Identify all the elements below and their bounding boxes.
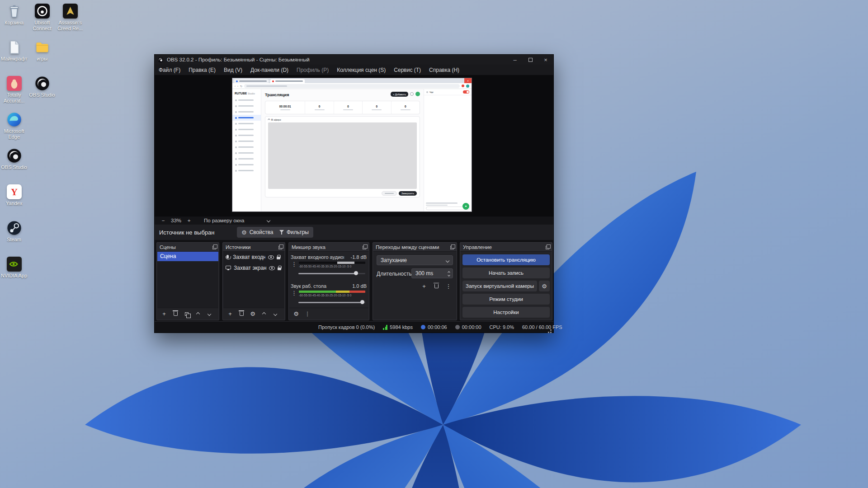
popout-icon[interactable] <box>363 246 366 249</box>
db-scale: -60-55-50-45-40-35-30-25-20-15-10 -5 0 <box>299 294 367 297</box>
menu-help[interactable]: Справка (H) <box>425 65 463 75</box>
mixer-menu-button[interactable]: ⋮ <box>302 310 313 319</box>
desktop-icon-nvidia-app[interactable]: NVIDIA App <box>0 257 28 279</box>
obs-window: OBS 32.0.2 - Профиль: Безымянный - Сцены… <box>154 54 554 333</box>
virtual-camera-settings-button[interactable]: ⚙ <box>539 281 550 291</box>
browser-reload-icon: ↻ <box>240 84 242 88</box>
rutube-main-content: Трансляция + Добавить 00:00:01 0 0 0 0 <box>261 89 424 211</box>
advanced-audio-button[interactable]: ⚙ <box>291 310 302 319</box>
window-controls: – × <box>507 55 553 65</box>
maximize-button[interactable] <box>523 55 538 65</box>
add-scene-button[interactable]: + <box>159 310 170 319</box>
menu-profile[interactable]: Профиль (P) <box>292 65 333 75</box>
browser-page: RUTUBE Studio <box>232 89 472 211</box>
zoom-out-button[interactable]: − <box>159 218 167 223</box>
desktop-icon-minecraft[interactable]: Майнкрафт <box>0 40 28 62</box>
lock-icon[interactable] <box>277 257 280 259</box>
desktop-icon-games-folder[interactable]: игры <box>28 40 56 62</box>
add-source-button[interactable]: + <box>225 310 236 319</box>
controls-panel-header[interactable]: Управление <box>460 243 552 252</box>
desktop-icon-recycle-bin[interactable]: Корзина <box>0 4 28 26</box>
source-item[interactable]: Захват входн... <box>223 252 284 263</box>
settings-button[interactable]: Настройки <box>462 307 550 318</box>
scenes-list: Сцена <box>157 252 218 308</box>
move-scene-up-button[interactable] <box>193 310 203 319</box>
source-properties-button[interactable]: ⚙ <box>247 310 258 319</box>
zoom-in-button[interactable]: + <box>185 218 193 223</box>
desktop-icon-microsoft-edge[interactable]: Microsoft Edge <box>0 112 28 140</box>
popout-icon[interactable] <box>212 246 216 249</box>
channel-menu-button[interactable]: ⋮ <box>291 261 297 267</box>
chevron-down-icon <box>267 219 270 222</box>
volume-meter <box>299 262 365 264</box>
add-transition-button[interactable]: + <box>419 282 429 291</box>
no-source-message: Источник не выбран <box>159 229 214 236</box>
desktop-icon-obs-studio-2[interactable]: OBS Studio <box>0 148 28 170</box>
minimize-button[interactable]: – <box>507 55 523 65</box>
desktop-icon-steam[interactable]: Steam <box>0 221 28 243</box>
popout-icon[interactable] <box>278 246 282 249</box>
tab-title-bar <box>239 80 267 82</box>
chevron-down-icon <box>446 259 449 263</box>
chevron-down-icon <box>274 312 277 315</box>
browser-tab-active <box>270 79 305 83</box>
properties-button[interactable]: ⚙ Свойства <box>237 227 278 238</box>
menu-docks[interactable]: Док-панели (D) <box>246 65 292 75</box>
popout-icon[interactable] <box>546 246 549 249</box>
move-source-down-button[interactable] <box>270 310 281 319</box>
zoom-fit-dropdown[interactable]: По размеру окна <box>204 218 273 223</box>
lock-icon[interactable] <box>278 267 281 270</box>
menu-file[interactable]: Файл (F) <box>155 65 184 75</box>
visibility-eye-icon[interactable] <box>268 255 274 259</box>
menu-tools[interactable]: Сервис (T) <box>390 65 425 75</box>
volume-slider[interactable] <box>298 300 365 305</box>
transitions-panel-header[interactable]: Переходы между сценами <box>373 243 457 252</box>
resize-grip[interactable] <box>550 329 552 331</box>
remove-scene-button[interactable] <box>170 310 181 319</box>
desktop-icon-ubisoft-connect[interactable]: Ubisoft Connect <box>28 4 56 31</box>
move-source-up-button[interactable] <box>259 310 269 319</box>
mixer-panel-header[interactable]: Микшер звука <box>289 243 369 252</box>
title-bar[interactable]: OBS 32.0.2 - Профиль: Безымянный - Сцены… <box>155 55 553 65</box>
desktop-icon-obs-studio[interactable]: OBS Studio <box>28 76 56 98</box>
spin-down-icon[interactable] <box>448 274 450 277</box>
scenes-panel-header[interactable]: Сцены <box>157 243 219 252</box>
stat-cell: 0 <box>391 101 420 114</box>
transitions-toolbar: + ⋮ <box>419 282 454 291</box>
desktop-icon-totally-accurate[interactable]: Totally Accurat... <box>0 76 28 103</box>
filters-button[interactable]: Фильтры <box>275 227 313 238</box>
close-button[interactable]: × <box>538 55 553 65</box>
ubisoft-connect-icon <box>35 4 50 19</box>
spin-up-icon[interactable] <box>448 271 450 274</box>
remove-source-button[interactable] <box>236 310 247 319</box>
transition-select[interactable]: Затухание <box>377 255 453 265</box>
popout-icon[interactable] <box>450 246 454 249</box>
start-recording-button[interactable]: Начать запись <box>462 267 550 278</box>
channel-menu-button[interactable]: ⋮ <box>291 290 297 296</box>
preview-canvas[interactable]: × ‹ › ↻ RUTUBE Studio <box>155 75 553 216</box>
menu-scene-collection[interactable]: Коллекция сцен (S) <box>333 65 390 75</box>
record-time-status: 00:00:00 <box>455 324 481 330</box>
studio-mode-button[interactable]: Режим студии <box>462 294 550 305</box>
duration-spinbox[interactable]: 300 ms <box>411 268 453 278</box>
volume-slider[interactable] <box>298 271 365 276</box>
remove-transition-button[interactable] <box>431 282 442 291</box>
scene-item-selected[interactable]: Сцена <box>157 252 218 261</box>
sidebar-item <box>232 144 261 150</box>
stop-streaming-button[interactable]: Остановить трансляцию <box>462 254 550 265</box>
source-item[interactable]: Захват экран... <box>223 263 284 273</box>
assassins-creed-icon <box>63 4 78 19</box>
cpu-status: CPU: 9.0% <box>490 324 514 330</box>
menu-edit[interactable]: Правка (E) <box>184 65 220 75</box>
scene-filters-button[interactable] <box>181 310 192 319</box>
desktop-icon-yandex[interactable]: Y Yandex <box>0 184 28 206</box>
sidebar-item <box>232 121 261 127</box>
move-scene-down-button[interactable] <box>204 310 215 319</box>
menu-view[interactable]: Вид (V) <box>220 65 246 75</box>
visibility-eye-icon[interactable] <box>269 266 275 270</box>
desktop-icon-assassins-creed[interactable]: Assassin's Creed Re... <box>56 4 84 31</box>
transition-menu-button[interactable]: ⋮ <box>443 282 454 291</box>
virtual-camera-button[interactable]: Запуск виртуальной камеры <box>462 281 537 291</box>
live-card-header: В эфире <box>265 117 420 122</box>
sources-panel-header[interactable]: Источники <box>223 243 285 252</box>
